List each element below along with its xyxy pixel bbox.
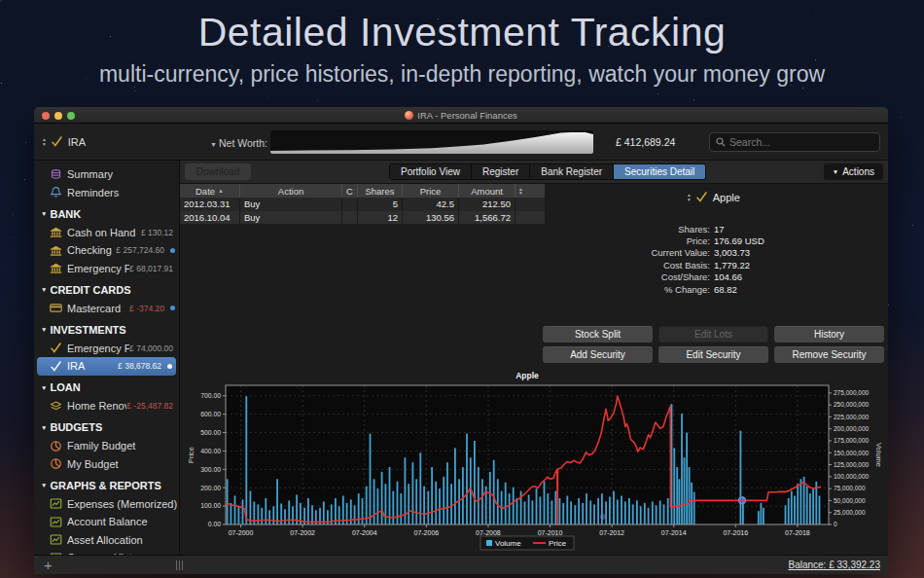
hero-subtitle: multi-currency, price histories, in-dept… <box>0 61 924 88</box>
sidebar-item-family-budget[interactable]: Family Budget <box>34 437 179 455</box>
svg-text:0.00: 0.00 <box>208 521 221 527</box>
svg-text:07-2006: 07-2006 <box>413 529 439 536</box>
security-selector[interactable]: ▴▾ Apple <box>688 191 740 203</box>
minimize-button[interactable] <box>54 112 62 120</box>
cell-price: 130.56 <box>403 211 459 225</box>
add-account-button[interactable]: + <box>44 557 53 573</box>
sidebar-item-cash-on-hand[interactable]: Cash on Hand£ 130.12 <box>34 224 179 242</box>
unread-dot <box>167 364 172 369</box>
tab-portfolio-view[interactable]: Portfolio View <box>390 164 471 179</box>
column-header-price[interactable]: Price <box>403 184 459 198</box>
detail-shares: Shares:17 <box>608 223 841 235</box>
sidebar-item-my-budget[interactable]: My Budget <box>34 455 179 474</box>
svg-text:07-2016: 07-2016 <box>723 529 748 536</box>
stock-split-button[interactable]: Stock Split <box>543 326 653 343</box>
item-label: My Budget <box>67 458 179 470</box>
cell-price: 42.5 <box>403 198 459 211</box>
search-icon <box>716 137 726 147</box>
detail-change: % Change:68.82 <box>608 283 841 295</box>
download-button[interactable]: Download <box>185 163 251 180</box>
svg-text:07-2002: 07-2002 <box>290 529 315 536</box>
svg-text:275,000,000: 275,000,000 <box>834 389 870 396</box>
column-options-icon[interactable]: ▴▾ <box>515 184 545 198</box>
column-header-amount[interactable]: Amount <box>459 184 515 198</box>
svg-text:07-2008: 07-2008 <box>476 529 501 536</box>
item-label: Emergency Fu... <box>67 343 129 354</box>
sidebar-item-mastercard[interactable]: Mastercard£ -374.20 <box>34 300 179 318</box>
window-title: IRA - Personal Finances <box>405 110 516 121</box>
history-button[interactable]: History <box>774 326 884 343</box>
detail-value: 104.66 <box>714 271 742 282</box>
sidebar-item-reminders[interactable]: Reminders <box>34 184 179 202</box>
app-window: IRA - Personal Finances ▴▾ IRA ▼Net Wort… <box>34 107 888 574</box>
account-selector[interactable]: ▴▾ IRA <box>43 124 86 160</box>
search-input[interactable] <box>729 136 873 148</box>
section-label: LOAN <box>50 381 80 393</box>
sidebar-resize-handle[interactable] <box>176 560 183 570</box>
sidebar-section-credit-cards[interactable]: ▼CREDIT CARDS <box>34 280 179 300</box>
item-label: Emergency Fu... <box>67 263 129 274</box>
sidebar-section-loan[interactable]: ▼LOAN <box>34 379 179 398</box>
add-security-button[interactable]: Add Security <box>543 346 653 363</box>
hero-title: Detailed Investment Tracking <box>0 10 924 55</box>
svg-text:200.00: 200.00 <box>200 485 221 491</box>
column-header-shares[interactable]: Shares <box>358 184 403 198</box>
detail-label: % Change: <box>608 284 710 295</box>
bank-icon <box>50 244 62 257</box>
sidebar-item-account-balance[interactable]: Account Balance <box>34 513 179 531</box>
networth-label[interactable]: ▼Net Worth: <box>176 137 267 149</box>
svg-text:100,000,000: 100,000,000 <box>834 473 870 480</box>
tab-bar: Download Portfolio ViewRegisterBank Regi… <box>180 161 888 184</box>
item-label: Cash on Hand <box>67 227 141 238</box>
svg-text:75,000,000: 75,000,000 <box>834 485 866 491</box>
svg-text:Volume: Volume <box>495 539 521 548</box>
item-label: Reminders <box>67 187 179 199</box>
search-field[interactable] <box>709 132 880 152</box>
section-label: BANK <box>50 208 81 220</box>
actions-button[interactable]: ▼ Actions <box>824 163 883 180</box>
column-header-c[interactable]: C <box>342 184 358 198</box>
bank-icon <box>50 226 62 238</box>
sidebar-item-emergency-fu[interactable]: Emergency Fu...£ 74,000.00 <box>34 340 179 358</box>
sidebar-section-investments[interactable]: ▼INVESTMENTS <box>34 320 179 340</box>
sidebar-item-home-renova[interactable]: Home Renova...£ -25,487.82 <box>34 397 179 415</box>
sidebar-item-asset-allocation[interactable]: Asset Allocation <box>34 531 179 550</box>
svg-text:600.00: 600.00 <box>200 411 221 417</box>
edit-lots-button[interactable]: Edit Lots <box>658 326 768 343</box>
column-header-action[interactable]: Action <box>240 184 342 198</box>
detail-value: 68.82 <box>714 284 737 295</box>
cell-action: Buy <box>240 198 342 211</box>
tab-bank-register[interactable]: Bank Register <box>529 164 613 179</box>
detail-label: Price: <box>608 235 710 246</box>
tab-securities-detail[interactable]: Securities Detail <box>613 164 705 179</box>
svg-text:07-2004: 07-2004 <box>352 529 377 536</box>
svg-text:250,000,000: 250,000,000 <box>834 401 870 408</box>
sidebar-section-budgets[interactable]: ▼BUDGETS <box>34 418 179 438</box>
sidebar-item-summary[interactable]: Summary <box>34 165 179 184</box>
column-header-date[interactable]: Date▲ <box>180 184 240 198</box>
svg-text:Volume: Volume <box>874 443 883 467</box>
cell-action: Buy <box>240 211 342 225</box>
svg-text:100.00: 100.00 <box>200 502 221 509</box>
graph-icon <box>50 533 62 546</box>
table-row[interactable]: 2016.10.04Buy12130.561,566.72 <box>180 211 545 225</box>
sidebar-section-graphs-reports[interactable]: ▼GRAPHS & REPORTS <box>34 476 179 495</box>
sidebar-section-bank[interactable]: ▼BANK <box>34 204 179 224</box>
remove-security-button[interactable]: Remove Security <box>774 346 884 363</box>
cell-amount: 1,566.72 <box>459 211 515 225</box>
account-name: IRA <box>68 136 86 148</box>
sidebar-item-ira[interactable]: IRA£ 38,678.62 <box>37 357 176 376</box>
check-icon <box>50 360 62 373</box>
detail-value: 3,003.73 <box>714 247 750 258</box>
sidebar-item-checking[interactable]: Checking£ 257,724.60 <box>34 241 179 260</box>
tab-register[interactable]: Register <box>471 164 529 179</box>
sort-arrow-icon: ▲ <box>218 188 224 194</box>
check-icon <box>50 342 62 354</box>
sidebar-item-emergency-fu[interactable]: Emergency Fu...£ 68,017.91 <box>34 260 179 278</box>
zoom-button[interactable] <box>67 112 75 120</box>
account-balance: £ 38,678.62 <box>118 361 161 371</box>
close-button[interactable] <box>42 112 50 120</box>
table-row[interactable]: 2012.03.31Buy542.5212.50 <box>180 198 545 211</box>
edit-security-button[interactable]: Edit Security <box>658 346 768 363</box>
sidebar-item-expenses-memorized[interactable]: Expenses (Memorized) <box>34 495 179 514</box>
